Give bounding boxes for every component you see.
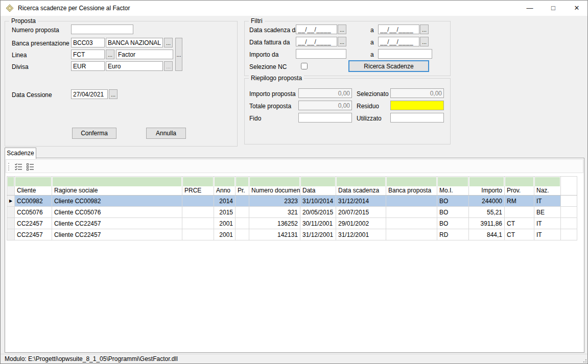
- table-row[interactable]: CC22457Cliente CC22457200113625230/11/20…: [7, 218, 577, 229]
- column-header[interactable]: Importo: [469, 177, 505, 196]
- cell[interactable]: [386, 218, 437, 229]
- cell[interactable]: RD: [437, 229, 469, 240]
- column-header[interactable]: Prov.: [505, 177, 534, 196]
- cell[interactable]: [236, 218, 249, 229]
- table-row[interactable]: ▶CC00982Cliente CC009822014232331/10/201…: [7, 196, 577, 207]
- column-header[interactable]: Naz.: [534, 177, 561, 196]
- selezione-nc-checkbox[interactable]: [301, 63, 308, 69]
- divisa-code-input[interactable]: [71, 61, 105, 71]
- select-all-icon[interactable]: [13, 161, 23, 172]
- cell[interactable]: 844,1: [469, 229, 505, 240]
- linea-code-input[interactable]: [71, 50, 105, 59]
- cell[interactable]: 31/12/2014: [336, 196, 386, 207]
- tab-scadenze[interactable]: Scadenze: [5, 148, 36, 159]
- minimize-button[interactable]: —: [518, 1, 542, 16]
- data-fattura-da-calendar-button[interactable]: ...: [338, 37, 346, 46]
- cell[interactable]: IT: [534, 218, 561, 229]
- data-fattura-da-input[interactable]: [296, 37, 337, 46]
- column-header[interactable]: Ragione sociale: [52, 177, 182, 196]
- cell[interactable]: [236, 229, 249, 240]
- cell[interactable]: 2015: [214, 207, 236, 218]
- cell[interactable]: 2001: [214, 218, 236, 229]
- data-scadenza-a-input[interactable]: [378, 25, 419, 34]
- cell[interactable]: 142131: [249, 229, 300, 240]
- clear-selection-icon[interactable]: [25, 161, 35, 172]
- cell[interactable]: 30/11/2001: [300, 218, 336, 229]
- cell[interactable]: [182, 218, 214, 229]
- cell[interactable]: CC22457: [15, 229, 52, 240]
- importo-da-input[interactable]: [296, 49, 346, 59]
- maximize-button[interactable]: □: [542, 1, 565, 16]
- totale-proposta-field[interactable]: [298, 101, 352, 110]
- banca-lookup-button[interactable]: ...: [164, 38, 173, 47]
- banca-code-input[interactable]: [71, 38, 105, 47]
- cell[interactable]: BO: [437, 196, 469, 207]
- cell[interactable]: 31/10/2014: [300, 196, 336, 207]
- data-fattura-a-calendar-button[interactable]: ...: [420, 37, 429, 46]
- toolbar-grip[interactable]: [8, 163, 10, 171]
- cell[interactable]: Cliente CC22457: [52, 218, 182, 229]
- cell[interactable]: 31/12/2001: [336, 229, 386, 240]
- cell[interactable]: 2001: [214, 229, 236, 240]
- cell[interactable]: CT: [505, 218, 534, 229]
- linea-name-input[interactable]: [116, 50, 173, 59]
- data-scadenza-a-calendar-button[interactable]: ...: [420, 25, 429, 34]
- residuo-field[interactable]: [390, 101, 444, 110]
- cell[interactable]: CC00982: [15, 196, 52, 207]
- cell[interactable]: [386, 207, 437, 218]
- ricerca-scadenze-button[interactable]: Ricerca Scadenze: [348, 60, 429, 72]
- cell[interactable]: 2323: [249, 196, 300, 207]
- table-row[interactable]: CC05076Cliente CC05076201532120/05/20152…: [7, 207, 577, 218]
- cell[interactable]: Cliente CC05076: [52, 207, 182, 218]
- column-header[interactable]: Data scadenza: [336, 177, 386, 196]
- data-fattura-a-input[interactable]: [378, 37, 419, 46]
- cell[interactable]: 20/07/2015: [336, 207, 386, 218]
- cell[interactable]: Cliente CC00982: [52, 196, 182, 207]
- proposta-more-button[interactable]: ...: [175, 38, 182, 71]
- divisa-name-input[interactable]: [106, 61, 163, 71]
- cell[interactable]: 29/01/2002: [336, 218, 386, 229]
- cell[interactable]: 244000: [469, 196, 505, 207]
- column-header[interactable]: Banca proposta: [386, 177, 437, 196]
- column-header[interactable]: Pr.: [236, 177, 249, 196]
- linea-lookup-button[interactable]: ...: [106, 50, 114, 59]
- cell[interactable]: [386, 196, 437, 207]
- column-header[interactable]: Anno: [214, 177, 236, 196]
- divisa-lookup-button[interactable]: ...: [164, 61, 173, 71]
- cell[interactable]: 31/12/2001: [300, 229, 336, 240]
- selezionato-field[interactable]: [390, 88, 444, 98]
- cell[interactable]: BO: [437, 218, 469, 229]
- data-scadenza-da-calendar-button[interactable]: ...: [338, 25, 346, 34]
- table-row[interactable]: CC22457Cliente CC22457200114213131/12/20…: [7, 229, 577, 240]
- annulla-button[interactable]: Annulla: [146, 128, 186, 139]
- column-header[interactable]: Mo.I.: [437, 177, 469, 196]
- cell[interactable]: 20/05/2015: [300, 207, 336, 218]
- cell[interactable]: CC22457: [15, 218, 52, 229]
- conferma-button[interactable]: Conferma: [72, 128, 116, 139]
- numero-proposta-input[interactable]: [71, 25, 133, 34]
- cell[interactable]: [386, 229, 437, 240]
- cell[interactable]: Cliente CC22457: [52, 229, 182, 240]
- cell[interactable]: 136252: [249, 218, 300, 229]
- cell[interactable]: [182, 229, 214, 240]
- cell[interactable]: IT: [534, 196, 561, 207]
- column-header[interactable]: Numero documento: [249, 177, 300, 196]
- cell[interactable]: 321: [249, 207, 300, 218]
- banca-name-input[interactable]: [106, 38, 163, 47]
- cell[interactable]: 55,21: [469, 207, 505, 218]
- importo-proposta-field[interactable]: [298, 88, 352, 98]
- cell[interactable]: BO: [437, 207, 469, 218]
- cell[interactable]: 3911,86: [469, 218, 505, 229]
- cell[interactable]: CT: [505, 229, 534, 240]
- column-header[interactable]: PRCE: [182, 177, 214, 196]
- column-header[interactable]: Data: [300, 177, 336, 196]
- cell[interactable]: CC05076: [15, 207, 52, 218]
- utilizzato-input[interactable]: [390, 113, 444, 123]
- cell[interactable]: RM: [505, 196, 534, 207]
- column-header[interactable]: Cliente: [15, 177, 52, 196]
- data-cessione-input[interactable]: [71, 89, 108, 99]
- cell[interactable]: [182, 196, 214, 207]
- cell[interactable]: 2014: [214, 196, 236, 207]
- cell[interactable]: [236, 196, 249, 207]
- cell[interactable]: BE: [534, 207, 561, 218]
